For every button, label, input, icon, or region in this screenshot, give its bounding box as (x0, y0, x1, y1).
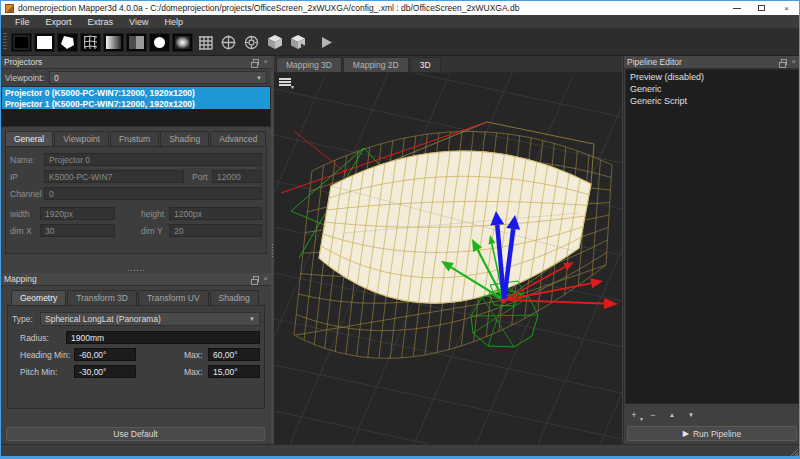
heading-max-label: Max: (184, 350, 208, 360)
pipeline-item-generic[interactable]: Generic (626, 83, 798, 95)
polygon-shape-button[interactable] (57, 33, 78, 52)
type-label: Type: (12, 314, 40, 324)
tab-mapping-3d[interactable]: Mapping 3D (276, 57, 342, 72)
viewport-pane: Mapping 3D Mapping 2D 3D ▼ (274, 56, 622, 444)
tab-mapping-2d[interactable]: Mapping 2D (343, 57, 409, 72)
radius-field[interactable]: 1900mm (66, 331, 260, 344)
dimx-field[interactable]: 30 (40, 224, 115, 237)
minimize-button[interactable] (724, 1, 749, 15)
pipeline-item-preview[interactable]: Preview (disabled) (626, 71, 798, 83)
menu-help[interactable]: Help (156, 17, 191, 27)
main-toolbar (1, 29, 799, 56)
crosshair-circle-button[interactable] (218, 33, 239, 52)
white-square-button[interactable] (34, 33, 55, 52)
name-field[interactable]: Projector 0 (44, 153, 262, 166)
port-field[interactable]: 12000 (212, 170, 262, 183)
projector-form: Name: Projector 0 IP K5000-PC-WIN7 Port … (5, 146, 267, 254)
grid-button[interactable] (195, 33, 216, 52)
tab-frustum[interactable]: Frustum (110, 131, 159, 146)
move-up-button[interactable]: ▲ (666, 409, 678, 421)
dimy-field[interactable]: 20 (169, 224, 262, 237)
heading-min-label: Heading Min: (20, 350, 74, 360)
close-icon: × (784, 4, 789, 13)
split-halves-button[interactable] (126, 33, 147, 52)
maximize-icon (758, 5, 765, 11)
remove-step-button[interactable]: − (647, 409, 659, 421)
dimy-label: dim Y (141, 226, 169, 236)
maximize-button[interactable] (749, 1, 774, 15)
viewport-canvas[interactable]: ▼ (274, 73, 622, 444)
grip-handle[interactable] (3, 33, 7, 51)
circle-dot-button[interactable] (149, 33, 170, 52)
warp-mesh-button[interactable] (80, 33, 101, 52)
play-button[interactable] (316, 33, 337, 52)
chevron-down-icon: ▼ (639, 416, 644, 422)
tab-shading[interactable]: Shading (160, 131, 209, 146)
ip-label: IP (10, 172, 44, 182)
menu-bar: File Export Extras View Help (1, 15, 799, 29)
target-rings-button[interactable] (241, 33, 262, 52)
projector-list-item[interactable]: Projector 1 (K5000-PC-WIN7:12000, 1920x1… (2, 98, 270, 109)
main-area: Projectors × Viewpoint: 0 ▼ Projector 0 … (1, 56, 799, 444)
tab-viewpoint[interactable]: Viewpoint (54, 131, 109, 146)
channel-label: Channel (10, 189, 44, 199)
menu-extras[interactable]: Extras (80, 17, 122, 27)
gradient-button[interactable] (103, 33, 124, 52)
pipeline-panel: Pipeline Editor × Preview (disabled) Gen… (623, 56, 799, 444)
window-controls: × (724, 1, 799, 15)
add-step-button[interactable]: +▼ (628, 409, 640, 421)
use-default-button[interactable]: Use Default (6, 427, 265, 441)
resize-grip[interactable] (788, 446, 798, 456)
viewport-menu-icon[interactable]: ▼ (279, 78, 291, 88)
warp-mesh-icon (82, 35, 99, 50)
projector-tabs: General Viewpoint Frustum Shading Advanc… (1, 127, 271, 146)
channel-field[interactable]: 0 (44, 187, 262, 200)
close-button[interactable]: × (774, 1, 799, 15)
mapping-form: Type: Spherical LongLat (Panorama) ▼ Rad… (7, 305, 265, 409)
menu-export[interactable]: Export (38, 17, 80, 27)
mapping-tabs: Geometry Transform 3D Transform UV Shadi… (1, 286, 271, 305)
status-bar (1, 444, 799, 457)
pitch-min-field[interactable]: -30,00° (74, 365, 136, 378)
tab-transform-3d[interactable]: Transform 3D (67, 290, 137, 305)
tab-general[interactable]: General (5, 131, 53, 146)
close-panel-icon[interactable]: × (263, 59, 268, 65)
heading-max-field[interactable]: 60,00° (208, 348, 260, 361)
play-icon: ▶ (683, 429, 689, 438)
width-field[interactable]: 1920px (40, 207, 115, 220)
soft-spot-button[interactable] (172, 33, 193, 52)
cube-corner-button[interactable] (287, 33, 308, 52)
height-label: height (141, 209, 169, 219)
tab-advanced[interactable]: Advanced (210, 131, 266, 146)
run-pipeline-button[interactable]: ▶ Run Pipeline (627, 426, 797, 441)
pitch-max-field[interactable]: 15,00° (208, 365, 260, 378)
close-panel-icon[interactable]: × (791, 59, 796, 65)
projectors-panel-title: Projectors (4, 57, 253, 67)
viewpoint-select[interactable]: 0 ▼ (49, 71, 267, 84)
projector-list-item[interactable]: Projector 0 (K5000-PC-WIN7:12000, 1920x1… (2, 87, 270, 98)
black-square-button[interactable] (11, 33, 32, 52)
cube-button[interactable] (264, 33, 285, 52)
heading-min-field[interactable]: -60,00° (74, 348, 136, 361)
float-panel-icon[interactable] (253, 59, 259, 65)
type-value: Spherical LongLat (Panorama) (45, 314, 161, 324)
projector-list: Projector 0 (K5000-PC-WIN7:12000, 1920x1… (1, 86, 271, 127)
pipeline-item-generic-script[interactable]: Generic Script (626, 95, 798, 107)
height-field[interactable]: 1200px (169, 207, 262, 220)
viewpoint-value: 0 (54, 73, 59, 83)
tab-transform-uv[interactable]: Transform UV (138, 290, 209, 305)
tab-geometry[interactable]: Geometry (11, 290, 66, 305)
app-window: domeprojection Mapper3d 4.0.0a - C:/dome… (0, 0, 800, 459)
ip-field[interactable]: K5000-PC-WIN7 (44, 170, 184, 183)
menu-file[interactable]: File (7, 17, 38, 27)
float-panel-icon[interactable] (781, 59, 787, 65)
3d-scene (274, 73, 622, 444)
close-panel-icon[interactable]: × (263, 276, 268, 282)
float-panel-icon[interactable] (253, 276, 259, 282)
move-down-button[interactable]: ▼ (685, 409, 697, 421)
menu-view[interactable]: View (121, 17, 156, 27)
type-select[interactable]: Spherical LongLat (Panorama) ▼ (40, 312, 260, 326)
tab-3d[interactable]: 3D (410, 57, 441, 72)
pitch-min-label: Pitch Min: (20, 367, 74, 377)
tab-shading[interactable]: Shading (210, 290, 259, 305)
